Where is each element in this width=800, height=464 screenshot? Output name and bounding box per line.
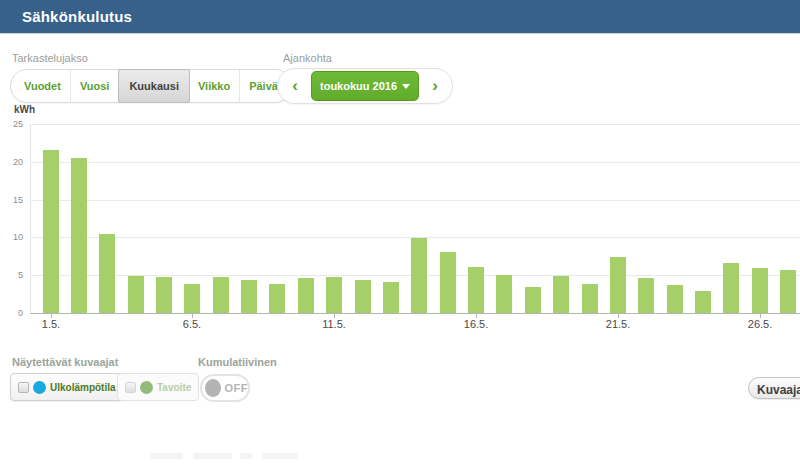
blue-dot-icon (33, 381, 46, 394)
y-axis-title: kWh (14, 104, 35, 115)
bar-11.5. (326, 277, 342, 313)
bar-3.5. (99, 234, 115, 313)
bar-9.5. (269, 284, 285, 313)
bar-15.5. (440, 252, 456, 313)
bar-25.5. (723, 263, 739, 313)
series-toggle-label: Tavoite (157, 382, 191, 393)
x-tick-label: 21.5. (598, 318, 638, 330)
consumption-bar-chart: kWh 05101520251.5.6.5.11.5.16.5.21.5.26.… (0, 0, 800, 345)
series-toggle-label: Ulkolämpötila (50, 382, 116, 393)
series-toggle-ulkolampotila[interactable]: Ulkolämpötila (10, 373, 124, 401)
y-tick-label: 0 (0, 308, 23, 318)
x-tick-label: 26.5. (740, 318, 780, 330)
bar-23.5. (667, 285, 683, 313)
gridline (30, 162, 800, 163)
bar-4.5. (128, 276, 144, 313)
display-controls-label: Näytettävät kuvaajat (12, 356, 118, 368)
series-toggle-tavoite[interactable]: Tavoite (117, 373, 199, 401)
kuvaaja-button[interactable]: Kuvaaja (748, 377, 800, 399)
bar-5.5. (156, 277, 172, 313)
bar-7.5. (213, 277, 229, 313)
faint-artifact (240, 453, 252, 459)
bar-8.5. (241, 280, 257, 313)
toggle-state-text: OFF (225, 382, 249, 394)
bar-21.5. (610, 257, 626, 313)
bar-20.5. (582, 284, 598, 313)
bar-24.5. (695, 291, 711, 313)
toggle-knob-icon (205, 379, 221, 397)
faint-artifact (193, 453, 232, 459)
bar-2.5. (71, 158, 87, 313)
cumulative-toggle[interactable]: OFF (200, 374, 250, 402)
checkbox-icon[interactable] (125, 382, 136, 393)
x-tick-label: 6.5. (172, 318, 212, 330)
bar-14.5. (411, 238, 427, 313)
bar-16.5. (468, 267, 484, 313)
bar-10.5. (298, 278, 314, 313)
y-axis-line (30, 124, 31, 314)
bar-26.5. (752, 268, 768, 313)
bar-27.5. (780, 270, 796, 313)
bar-19.5. (553, 276, 569, 313)
cumulative-label: Kumulatiivinen (198, 356, 277, 368)
green-dot-icon (140, 381, 153, 394)
bar-12.5. (355, 280, 371, 313)
y-tick-label: 5 (0, 270, 23, 280)
x-tick-label: 16.5. (456, 318, 496, 330)
faint-artifact (150, 453, 183, 459)
x-tick-label: 11.5. (314, 318, 354, 330)
y-tick-label: 15 (0, 195, 23, 205)
y-tick-label: 10 (0, 232, 23, 242)
y-tick-label: 25 (0, 119, 23, 129)
bar-17.5. (496, 275, 512, 313)
bar-1.5. (43, 150, 59, 313)
bar-22.5. (638, 278, 654, 313)
electricity-consumption-page: Sähkönkulutus Tarkastelujakso Vuodet Vuo… (0, 0, 800, 464)
bar-18.5. (525, 287, 541, 313)
checkbox-icon[interactable] (18, 382, 29, 393)
bar-6.5. (184, 284, 200, 313)
bar-13.5. (383, 282, 399, 313)
y-tick-label: 20 (0, 157, 23, 167)
gridline (30, 124, 800, 125)
gridline (30, 200, 800, 201)
x-tick-label: 1.5. (31, 318, 71, 330)
faint-artifact (263, 453, 297, 459)
gridline (30, 313, 800, 314)
